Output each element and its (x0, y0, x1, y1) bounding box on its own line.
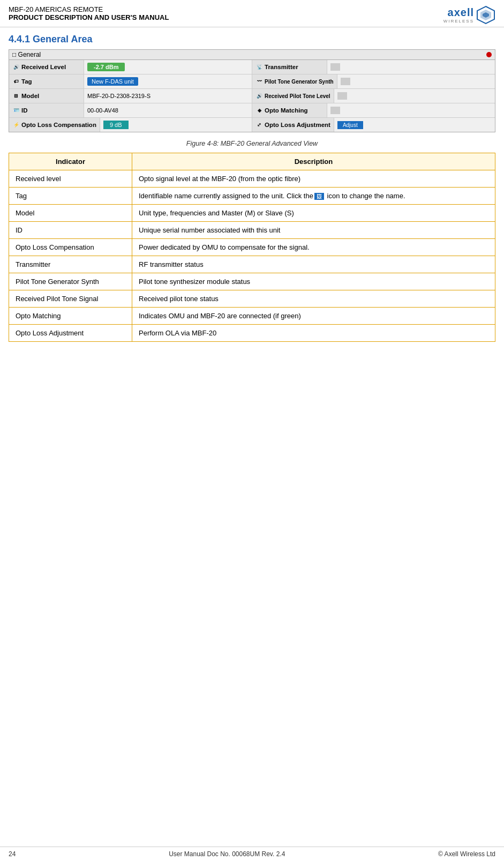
pilot-tone-gen-value (337, 76, 495, 87)
table-cell-indicator: ID (9, 222, 132, 239)
table-row: Opto MatchingIndicates OMU and MBF-20 ar… (9, 308, 495, 325)
table-cell-description: Perform OLA via MBF-20 (132, 325, 495, 342)
panel-cell-opto-matching: Opto Matching (252, 103, 495, 117)
table-cell-description: Unique serial number associated with thi… (132, 222, 495, 239)
table-cell-indicator: Pilot Tone Generator Synth (9, 273, 132, 290)
opto-matching-value (327, 105, 495, 116)
received-level-label: Received Level (9, 60, 84, 74)
opto-match-icon (255, 107, 263, 114)
header-title2: PRODUCT DESCRIPTION AND USER'S MANUAL (9, 13, 169, 21)
header-titles: MBF-20 AMERICAS REMOTE PRODUCT DESCRIPTI… (9, 5, 169, 21)
model-icon (12, 92, 20, 100)
table-cell-description: Indicates OMU and MBF-20 are connected (… (132, 308, 495, 325)
table-cell-indicator: Transmitter (9, 256, 132, 273)
table-cell-indicator: Tag (9, 188, 132, 205)
panel-cell-id: ID 00-00-AV48 (9, 103, 252, 117)
table-cell-description: Pilot tone synthesizer module status (132, 273, 495, 290)
footer-right: © Axell Wireless Ltd (438, 850, 495, 858)
header-title1: MBF-20 AMERICAS REMOTE (9, 5, 169, 13)
model-label: Model (9, 89, 84, 103)
panel-titlebar: □ General (9, 50, 495, 60)
panel-cell-tag: Tag New F-DAS unit (9, 74, 252, 88)
pilot-tone-gen-status-img (341, 78, 350, 85)
transmitter-icon (255, 63, 263, 71)
table-row: Received levelOpto signal level at the M… (9, 170, 495, 188)
indicator-table: Indicator Description Received levelOpto… (9, 153, 495, 342)
table-row: TagIdentifiable name currently assigned … (9, 188, 495, 205)
panel-title: □ General (12, 51, 41, 58)
panel-cell-model: Model MBF-20-D-2308-2319-S (9, 89, 252, 103)
panel-cell-opto-loss-comp: Opto Loss Compensation 9 dB (9, 118, 252, 132)
table-cell-description: Received pilot tone status (132, 290, 495, 308)
page-header: MBF-20 AMERICAS REMOTE PRODUCT DESCRIPTI… (0, 0, 504, 27)
logo: axell WIRELESS (443, 5, 495, 25)
panel-row-5: Opto Loss Compensation 9 dB Opto Loss Ad… (9, 118, 495, 132)
panel-row-4: ID 00-00-AV48 Opto Matching (9, 103, 495, 118)
logo-text: axell WIRELESS (443, 6, 474, 24)
opto-loss-comp-label: Opto Loss Compensation (9, 118, 100, 132)
table-cell-indicator: Model (9, 205, 132, 222)
pilot-tone-gen-label: Pilot Tone Generator Synth (252, 74, 337, 88)
id-label: ID (9, 103, 84, 117)
section-heading: 4.4.1 General Area (0, 27, 504, 49)
received-level-value: -2.7 dBm (84, 62, 252, 72)
table-cell-indicator: Opto Loss Adjustment (9, 325, 132, 342)
pilot-icon (255, 78, 263, 85)
speaker-icon (12, 63, 20, 71)
tag-value: New F-DAS unit (84, 77, 252, 86)
table-cell-description: Unit type, frequencies and Master (M) or… (132, 205, 495, 222)
opto-loss-adj-label: Opto Loss Adjustment (252, 118, 334, 132)
table-row: TransmitterRF transmitter status (9, 256, 495, 273)
table-cell-indicator: Opto Loss Compensation (9, 239, 132, 256)
table-cell-indicator: Opto Matching (9, 308, 132, 325)
adjust-button[interactable]: Adjust (337, 121, 363, 129)
panel-cell-received-level: Received Level -2.7 dBm (9, 60, 252, 74)
panel-cell-transmitter: Transmitter (252, 60, 495, 74)
table-cell-description: Opto signal level at the MBF-20 (from th… (132, 170, 495, 188)
id-icon (12, 107, 20, 114)
page-footer: 24 User Manual Doc No. 00068UM Rev. 2.4 … (0, 847, 504, 861)
table-row: IDUnique serial number associated with t… (9, 222, 495, 239)
model-value: MBF-20-D-2308-2319-S (84, 91, 252, 101)
opto-adj-icon (255, 121, 263, 129)
screenshot-panel: □ General Received Level -2.7 dBm Transm… (9, 49, 495, 132)
panel-cell-received-pilot-tone: Received Pilot Tone Level (252, 89, 495, 103)
tag-icon (12, 78, 20, 85)
transmitter-label: Transmitter (252, 60, 327, 74)
table-cell-indicator: Received Pilot Tone Signal (9, 290, 132, 308)
logo-tagline: WIRELESS (443, 19, 474, 24)
logo-name: axell (448, 6, 474, 19)
received-pilot-speaker-icon (255, 92, 263, 100)
table-cell-description: Power dedicated by OMU to compensate for… (132, 239, 495, 256)
opto-loss-comp-value: 9 dB (100, 120, 252, 130)
table-cell-description: RF transmitter status (132, 256, 495, 273)
panel-cell-pilot-tone-gen: Pilot Tone Generator Synth (252, 74, 495, 88)
panel-close-button[interactable] (486, 52, 492, 57)
table-header-row: Indicator Description (9, 153, 495, 170)
opto-loss-adj-value: Adjust (334, 119, 495, 131)
id-value: 00-00-AV48 (84, 106, 252, 115)
received-pilot-tone-label: Received Pilot Tone Level (252, 89, 334, 103)
table-cell-indicator: Received level (9, 170, 132, 188)
table-row: Pilot Tone Generator SynthPilot tone syn… (9, 273, 495, 290)
col-indicator: Indicator (9, 153, 132, 170)
col-description: Description (132, 153, 495, 170)
table-row: Received Pilot Tone SignalReceived pilot… (9, 290, 495, 308)
table-row: Opto Loss CompensationPower dedicated by… (9, 239, 495, 256)
opto-matching-label: Opto Matching (252, 103, 327, 117)
transmitter-status-img (330, 63, 340, 71)
opto-loss-icon (12, 121, 20, 129)
panel-row-1: Received Level -2.7 dBm Transmitter (9, 60, 495, 74)
transmitter-value (327, 62, 495, 72)
tag-change-icon: 🖼 (314, 193, 324, 200)
figure-caption: Figure 4-8: MBF-20 General Advanced View (0, 137, 504, 153)
panel-cell-opto-loss-adj: Opto Loss Adjustment Adjust (252, 118, 495, 132)
table-row: ModelUnit type, frequencies and Master (… (9, 205, 495, 222)
table-cell-description: Identifiable name currently assigned to … (132, 188, 495, 205)
received-pilot-tone-img (337, 92, 347, 100)
logo-icon (476, 5, 495, 25)
panel-row-2: Tag New F-DAS unit Pilot Tone Generator … (9, 74, 495, 89)
table-row: Opto Loss AdjustmentPerform OLA via MBF-… (9, 325, 495, 342)
tag-label: Tag (9, 74, 84, 88)
footer-center: User Manual Doc No. 00068UM Rev. 2.4 (169, 850, 285, 858)
